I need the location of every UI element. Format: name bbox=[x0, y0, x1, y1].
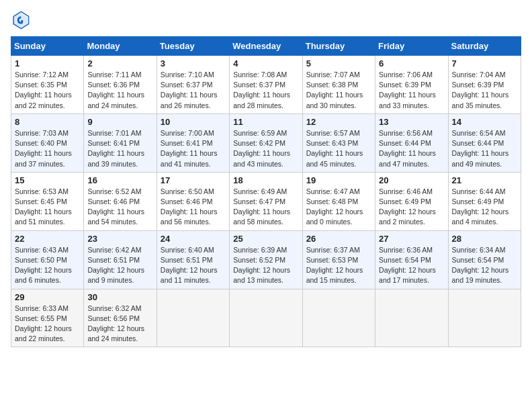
calendar-week-row: 29Sunrise: 6:33 AM Sunset: 6:55 PM Dayli… bbox=[11, 289, 521, 347]
day-info: Sunrise: 7:03 AM Sunset: 6:40 PM Dayligh… bbox=[15, 128, 80, 169]
calendar-header-saturday: Saturday bbox=[448, 37, 521, 56]
day-info: Sunrise: 6:47 AM Sunset: 6:48 PM Dayligh… bbox=[306, 187, 371, 228]
day-number: 28 bbox=[452, 234, 517, 244]
calendar-cell: 30Sunrise: 6:32 AM Sunset: 6:56 PM Dayli… bbox=[84, 289, 157, 347]
calendar-cell: 13Sunrise: 6:56 AM Sunset: 6:44 PM Dayli… bbox=[375, 113, 448, 172]
calendar-cell: 24Sunrise: 6:40 AM Sunset: 6:51 PM Dayli… bbox=[157, 230, 229, 289]
calendar-cell: 4Sunrise: 7:08 AM Sunset: 6:37 PM Daylig… bbox=[230, 56, 302, 114]
calendar-cell: 11Sunrise: 6:59 AM Sunset: 6:42 PM Dayli… bbox=[230, 113, 302, 172]
calendar-cell: 5Sunrise: 7:07 AM Sunset: 6:38 PM Daylig… bbox=[302, 56, 375, 114]
calendar-header-sunday: Sunday bbox=[11, 37, 84, 56]
day-number: 7 bbox=[452, 58, 517, 68]
day-number: 20 bbox=[379, 175, 444, 185]
calendar-table: SundayMondayTuesdayWednesdayThursdayFrid… bbox=[11, 36, 521, 347]
calendar-cell: 8Sunrise: 7:03 AM Sunset: 6:40 PM Daylig… bbox=[11, 113, 84, 172]
day-info: Sunrise: 6:39 AM Sunset: 6:52 PM Dayligh… bbox=[233, 245, 298, 286]
day-number: 3 bbox=[161, 58, 226, 68]
calendar-cell: 26Sunrise: 6:37 AM Sunset: 6:53 PM Dayli… bbox=[302, 230, 375, 289]
day-number: 25 bbox=[233, 234, 298, 244]
calendar-cell: 19Sunrise: 6:47 AM Sunset: 6:48 PM Dayli… bbox=[302, 172, 375, 230]
calendar-cell bbox=[375, 289, 448, 347]
day-info: Sunrise: 7:06 AM Sunset: 6:39 PM Dayligh… bbox=[379, 70, 444, 111]
day-number: 19 bbox=[306, 175, 371, 185]
day-info: Sunrise: 6:42 AM Sunset: 6:51 PM Dayligh… bbox=[87, 245, 152, 286]
calendar-cell: 12Sunrise: 6:57 AM Sunset: 6:43 PM Dayli… bbox=[302, 113, 375, 172]
calendar-header-row: SundayMondayTuesdayWednesdayThursdayFrid… bbox=[11, 37, 521, 56]
day-number: 27 bbox=[379, 234, 444, 244]
day-info: Sunrise: 6:46 AM Sunset: 6:49 PM Dayligh… bbox=[379, 187, 444, 228]
calendar-cell: 27Sunrise: 6:36 AM Sunset: 6:54 PM Dayli… bbox=[375, 230, 448, 289]
day-info: Sunrise: 6:40 AM Sunset: 6:51 PM Dayligh… bbox=[161, 245, 226, 286]
day-info: Sunrise: 6:50 AM Sunset: 6:46 PM Dayligh… bbox=[161, 187, 226, 228]
calendar-cell bbox=[302, 289, 375, 347]
day-info: Sunrise: 6:56 AM Sunset: 6:44 PM Dayligh… bbox=[379, 128, 444, 169]
calendar-cell: 18Sunrise: 6:49 AM Sunset: 6:47 PM Dayli… bbox=[230, 172, 302, 230]
day-info: Sunrise: 6:59 AM Sunset: 6:42 PM Dayligh… bbox=[233, 128, 298, 169]
day-number: 4 bbox=[233, 58, 298, 68]
calendar-cell: 23Sunrise: 6:42 AM Sunset: 6:51 PM Dayli… bbox=[84, 230, 157, 289]
calendar-header-wednesday: Wednesday bbox=[230, 37, 302, 56]
calendar-week-row: 1Sunrise: 7:12 AM Sunset: 6:35 PM Daylig… bbox=[11, 56, 521, 114]
calendar-cell: 22Sunrise: 6:43 AM Sunset: 6:50 PM Dayli… bbox=[11, 230, 84, 289]
calendar-cell: 21Sunrise: 6:44 AM Sunset: 6:49 PM Dayli… bbox=[448, 172, 521, 230]
calendar-cell: 6Sunrise: 7:06 AM Sunset: 6:39 PM Daylig… bbox=[375, 56, 448, 114]
day-number: 17 bbox=[161, 175, 226, 185]
calendar-cell: 10Sunrise: 7:00 AM Sunset: 6:41 PM Dayli… bbox=[157, 113, 229, 172]
calendar-header-friday: Friday bbox=[375, 37, 448, 56]
day-number: 15 bbox=[15, 175, 80, 185]
day-info: Sunrise: 6:53 AM Sunset: 6:45 PM Dayligh… bbox=[15, 187, 80, 228]
day-info: Sunrise: 7:01 AM Sunset: 6:41 PM Dayligh… bbox=[87, 128, 152, 169]
day-number: 14 bbox=[452, 117, 517, 127]
day-info: Sunrise: 6:37 AM Sunset: 6:53 PM Dayligh… bbox=[306, 245, 371, 286]
calendar-week-row: 15Sunrise: 6:53 AM Sunset: 6:45 PM Dayli… bbox=[11, 172, 521, 230]
calendar-cell: 1Sunrise: 7:12 AM Sunset: 6:35 PM Daylig… bbox=[11, 56, 84, 114]
day-number: 9 bbox=[87, 117, 152, 127]
day-number: 2 bbox=[87, 58, 152, 68]
calendar-week-row: 22Sunrise: 6:43 AM Sunset: 6:50 PM Dayli… bbox=[11, 230, 521, 289]
calendar-cell bbox=[448, 289, 521, 347]
day-number: 29 bbox=[15, 292, 80, 302]
calendar-cell: 2Sunrise: 7:11 AM Sunset: 6:36 PM Daylig… bbox=[84, 56, 157, 114]
logo bbox=[11, 11, 32, 30]
calendar-cell: 3Sunrise: 7:10 AM Sunset: 6:37 PM Daylig… bbox=[157, 56, 229, 114]
day-info: Sunrise: 6:52 AM Sunset: 6:46 PM Dayligh… bbox=[87, 187, 152, 228]
day-number: 16 bbox=[87, 175, 152, 185]
calendar-cell: 29Sunrise: 6:33 AM Sunset: 6:55 PM Dayli… bbox=[11, 289, 84, 347]
day-info: Sunrise: 6:36 AM Sunset: 6:54 PM Dayligh… bbox=[379, 245, 444, 286]
day-number: 8 bbox=[15, 117, 80, 127]
day-number: 1 bbox=[15, 58, 80, 68]
day-number: 10 bbox=[161, 117, 226, 127]
day-number: 24 bbox=[161, 234, 226, 244]
day-info: Sunrise: 7:00 AM Sunset: 6:41 PM Dayligh… bbox=[161, 128, 226, 169]
day-info: Sunrise: 6:57 AM Sunset: 6:43 PM Dayligh… bbox=[306, 128, 371, 169]
day-info: Sunrise: 6:43 AM Sunset: 6:50 PM Dayligh… bbox=[15, 245, 80, 286]
calendar-cell: 7Sunrise: 7:04 AM Sunset: 6:39 PM Daylig… bbox=[448, 56, 521, 114]
day-info: Sunrise: 7:12 AM Sunset: 6:35 PM Dayligh… bbox=[15, 70, 80, 111]
calendar-cell: 25Sunrise: 6:39 AM Sunset: 6:52 PM Dayli… bbox=[230, 230, 302, 289]
day-number: 5 bbox=[306, 58, 371, 68]
day-info: Sunrise: 7:08 AM Sunset: 6:37 PM Dayligh… bbox=[233, 70, 298, 111]
day-info: Sunrise: 6:44 AM Sunset: 6:49 PM Dayligh… bbox=[452, 187, 517, 228]
calendar-cell: 17Sunrise: 6:50 AM Sunset: 6:46 PM Dayli… bbox=[157, 172, 229, 230]
calendar-cell: 28Sunrise: 6:34 AM Sunset: 6:54 PM Dayli… bbox=[448, 230, 521, 289]
day-number: 21 bbox=[452, 175, 517, 185]
calendar-header-tuesday: Tuesday bbox=[157, 37, 229, 56]
day-number: 13 bbox=[379, 117, 444, 127]
calendar-cell: 9Sunrise: 7:01 AM Sunset: 6:41 PM Daylig… bbox=[84, 113, 157, 172]
calendar-cell: 14Sunrise: 6:54 AM Sunset: 6:44 PM Dayli… bbox=[448, 113, 521, 172]
calendar-cell: 20Sunrise: 6:46 AM Sunset: 6:49 PM Dayli… bbox=[375, 172, 448, 230]
day-info: Sunrise: 6:33 AM Sunset: 6:55 PM Dayligh… bbox=[15, 304, 80, 345]
calendar-cell: 16Sunrise: 6:52 AM Sunset: 6:46 PM Dayli… bbox=[84, 172, 157, 230]
calendar-cell bbox=[230, 289, 302, 347]
day-info: Sunrise: 6:34 AM Sunset: 6:54 PM Dayligh… bbox=[452, 245, 517, 286]
day-info: Sunrise: 6:32 AM Sunset: 6:56 PM Dayligh… bbox=[87, 304, 152, 345]
day-info: Sunrise: 7:07 AM Sunset: 6:38 PM Dayligh… bbox=[306, 70, 371, 111]
calendar-header-thursday: Thursday bbox=[302, 37, 375, 56]
day-info: Sunrise: 6:54 AM Sunset: 6:44 PM Dayligh… bbox=[452, 128, 517, 169]
day-info: Sunrise: 7:04 AM Sunset: 6:39 PM Dayligh… bbox=[452, 70, 517, 111]
calendar-header-monday: Monday bbox=[84, 37, 157, 56]
day-info: Sunrise: 7:10 AM Sunset: 6:37 PM Dayligh… bbox=[161, 70, 226, 111]
calendar-cell bbox=[157, 289, 229, 347]
day-number: 18 bbox=[233, 175, 298, 185]
day-info: Sunrise: 6:49 AM Sunset: 6:47 PM Dayligh… bbox=[233, 187, 298, 228]
